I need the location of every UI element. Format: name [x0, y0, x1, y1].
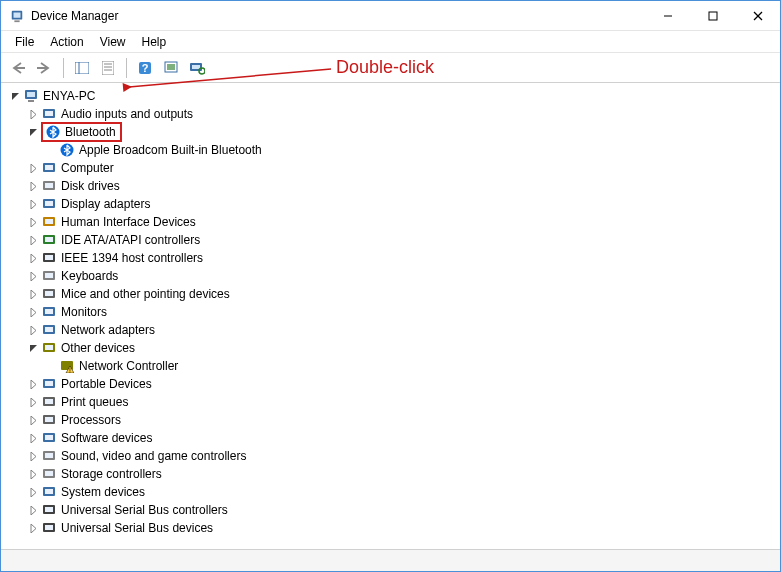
svg-rect-24: [45, 111, 53, 116]
expand-icon[interactable]: [25, 286, 41, 302]
device-category-icon: [41, 160, 57, 176]
tree-node-label: Mice and other pointing devices: [59, 287, 232, 301]
nav-forward-button[interactable]: [33, 57, 57, 79]
svg-rect-57: [45, 417, 53, 422]
expand-icon[interactable]: [25, 412, 41, 428]
device-category[interactable]: Bluetooth: [3, 123, 778, 141]
svg-rect-18: [192, 65, 200, 69]
nav-back-icon: [11, 62, 27, 74]
device-category-icon: [41, 484, 57, 500]
device-item[interactable]: !Network Controller: [3, 357, 778, 375]
help-icon: ?: [138, 61, 152, 75]
device-category-icon: [41, 106, 57, 122]
expand-icon[interactable]: [25, 106, 41, 122]
app-icon: [9, 8, 25, 24]
minimize-button[interactable]: [645, 1, 690, 30]
help-button[interactable]: ?: [133, 57, 157, 79]
device-category[interactable]: Computer: [3, 159, 778, 177]
expand-icon[interactable]: [25, 268, 41, 284]
device-category[interactable]: Print queues: [3, 393, 778, 411]
device-category-icon: [41, 394, 57, 410]
tree-node-label: Human Interface Devices: [59, 215, 198, 229]
expand-icon[interactable]: [25, 160, 41, 176]
expand-icon[interactable]: [25, 304, 41, 320]
menu-file[interactable]: File: [7, 33, 42, 51]
nav-forward-icon: [37, 62, 53, 74]
expand-icon[interactable]: [25, 430, 41, 446]
expand-icon[interactable]: [25, 322, 41, 338]
svg-rect-44: [45, 309, 53, 314]
collapse-icon[interactable]: [25, 340, 41, 356]
tree-root-row[interactable]: ENYA-PC: [3, 87, 778, 105]
device-category-icon: [41, 448, 57, 464]
expand-icon[interactable]: [25, 376, 41, 392]
close-button[interactable]: [735, 1, 780, 30]
tree-node-label: Network adapters: [59, 323, 157, 337]
expand-icon[interactable]: [25, 394, 41, 410]
menu-action[interactable]: Action: [42, 33, 91, 51]
statusbar: [1, 549, 780, 571]
device-category[interactable]: Software devices: [3, 429, 778, 447]
device-category[interactable]: Other devices: [3, 339, 778, 357]
expand-icon[interactable]: [25, 484, 41, 500]
expand-icon[interactable]: [25, 196, 41, 212]
device-category[interactable]: Audio inputs and outputs: [3, 105, 778, 123]
device-category-icon: [41, 520, 57, 536]
device-category-icon: !: [59, 358, 75, 374]
tree-spacer: [43, 142, 59, 158]
tree-node-label: Disk drives: [59, 179, 122, 193]
titlebar: Device Manager: [1, 1, 780, 31]
device-category[interactable]: Network adapters: [3, 321, 778, 339]
device-category[interactable]: Disk drives: [3, 177, 778, 195]
device-category[interactable]: IDE ATA/ATAPI controllers: [3, 231, 778, 249]
device-tree[interactable]: ENYA-PCAudio inputs and outputsBluetooth…: [1, 83, 780, 549]
device-category[interactable]: Portable Devices: [3, 375, 778, 393]
update-driver-button[interactable]: [159, 57, 183, 79]
properties-button[interactable]: [96, 57, 120, 79]
toolbar-separator: [63, 58, 64, 78]
svg-text:!: !: [69, 367, 71, 374]
expand-icon[interactable]: [25, 466, 41, 482]
expand-icon[interactable]: [25, 214, 41, 230]
device-category[interactable]: IEEE 1394 host controllers: [3, 249, 778, 267]
tree-node-label: Apple Broadcom Built-in Bluetooth: [77, 143, 264, 157]
device-category-icon: [41, 286, 57, 302]
device-category[interactable]: Display adapters: [3, 195, 778, 213]
device-category[interactable]: Mice and other pointing devices: [3, 285, 778, 303]
show-hide-tree-button[interactable]: [70, 57, 94, 79]
expand-icon[interactable]: [25, 178, 41, 194]
maximize-button[interactable]: [690, 1, 735, 30]
tree-node-label: Sound, video and game controllers: [59, 449, 248, 463]
scan-hardware-button[interactable]: [185, 57, 209, 79]
device-category[interactable]: Processors: [3, 411, 778, 429]
device-category[interactable]: Keyboards: [3, 267, 778, 285]
svg-rect-4: [709, 12, 717, 20]
expand-icon[interactable]: [25, 250, 41, 266]
expand-icon[interactable]: [25, 502, 41, 518]
device-category[interactable]: Sound, video and game controllers: [3, 447, 778, 465]
device-category-icon: [41, 214, 57, 230]
collapse-icon[interactable]: [7, 88, 23, 104]
expand-icon[interactable]: [25, 520, 41, 536]
device-category[interactable]: System devices: [3, 483, 778, 501]
expand-icon[interactable]: [25, 448, 41, 464]
device-item[interactable]: Apple Broadcom Built-in Bluetooth: [3, 141, 778, 159]
highlighted-node[interactable]: Bluetooth: [41, 122, 122, 142]
menu-help[interactable]: Help: [134, 33, 175, 51]
collapse-icon[interactable]: [25, 124, 41, 140]
tree-node-label: Bluetooth: [63, 125, 118, 139]
nav-back-button[interactable]: [7, 57, 31, 79]
device-category[interactable]: Universal Serial Bus controllers: [3, 501, 778, 519]
menu-view[interactable]: View: [92, 33, 134, 51]
svg-rect-1: [14, 12, 21, 17]
device-category[interactable]: Human Interface Devices: [3, 213, 778, 231]
device-category-icon: [41, 268, 57, 284]
tree-node-label: Software devices: [59, 431, 154, 445]
toolbar: ?: [1, 53, 780, 83]
svg-rect-65: [45, 489, 53, 494]
device-category[interactable]: Monitors: [3, 303, 778, 321]
device-category[interactable]: Storage controllers: [3, 465, 778, 483]
expand-icon[interactable]: [25, 232, 41, 248]
device-category[interactable]: Universal Serial Bus devices: [3, 519, 778, 537]
svg-rect-21: [27, 92, 35, 97]
